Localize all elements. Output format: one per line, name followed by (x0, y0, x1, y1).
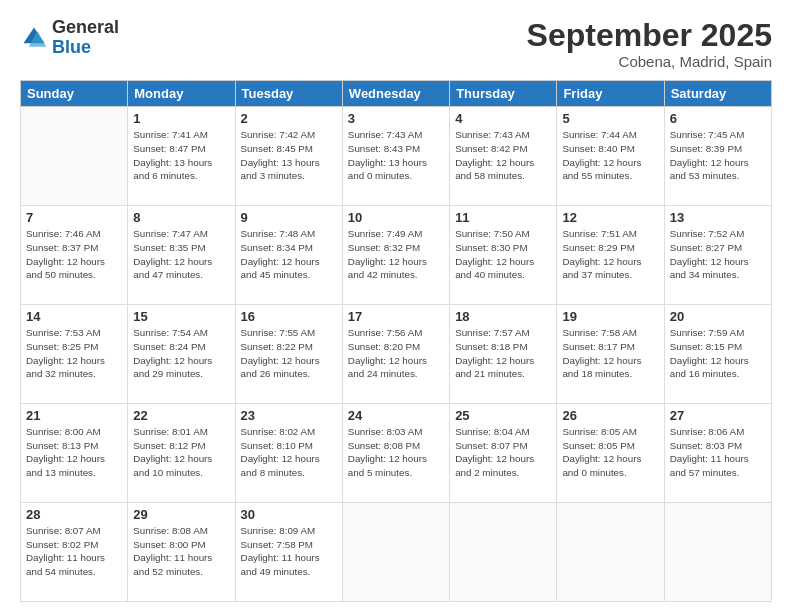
table-row: 9Sunrise: 7:48 AM Sunset: 8:34 PM Daylig… (235, 206, 342, 305)
day-number: 22 (133, 408, 229, 423)
day-info: Sunrise: 7:47 AM Sunset: 8:35 PM Dayligh… (133, 227, 229, 282)
table-row: 21Sunrise: 8:00 AM Sunset: 8:13 PM Dayli… (21, 404, 128, 503)
day-number: 26 (562, 408, 658, 423)
day-info: Sunrise: 7:51 AM Sunset: 8:29 PM Dayligh… (562, 227, 658, 282)
day-number: 17 (348, 309, 444, 324)
table-row: 5Sunrise: 7:44 AM Sunset: 8:40 PM Daylig… (557, 107, 664, 206)
day-info: Sunrise: 8:05 AM Sunset: 8:05 PM Dayligh… (562, 425, 658, 480)
day-info: Sunrise: 8:08 AM Sunset: 8:00 PM Dayligh… (133, 524, 229, 579)
day-info: Sunrise: 7:52 AM Sunset: 8:27 PM Dayligh… (670, 227, 766, 282)
day-number: 28 (26, 507, 122, 522)
day-info: Sunrise: 7:48 AM Sunset: 8:34 PM Dayligh… (241, 227, 337, 282)
table-row: 11Sunrise: 7:50 AM Sunset: 8:30 PM Dayli… (450, 206, 557, 305)
day-number: 4 (455, 111, 551, 126)
col-saturday: Saturday (664, 81, 771, 107)
day-info: Sunrise: 7:45 AM Sunset: 8:39 PM Dayligh… (670, 128, 766, 183)
day-info: Sunrise: 7:50 AM Sunset: 8:30 PM Dayligh… (455, 227, 551, 282)
day-number: 1 (133, 111, 229, 126)
day-info: Sunrise: 7:55 AM Sunset: 8:22 PM Dayligh… (241, 326, 337, 381)
table-row: 12Sunrise: 7:51 AM Sunset: 8:29 PM Dayli… (557, 206, 664, 305)
day-number: 23 (241, 408, 337, 423)
table-row: 6Sunrise: 7:45 AM Sunset: 8:39 PM Daylig… (664, 107, 771, 206)
day-number: 13 (670, 210, 766, 225)
logo: General Blue (20, 18, 119, 58)
day-info: Sunrise: 8:04 AM Sunset: 8:07 PM Dayligh… (455, 425, 551, 480)
day-info: Sunrise: 8:00 AM Sunset: 8:13 PM Dayligh… (26, 425, 122, 480)
day-info: Sunrise: 8:06 AM Sunset: 8:03 PM Dayligh… (670, 425, 766, 480)
day-info: Sunrise: 7:44 AM Sunset: 8:40 PM Dayligh… (562, 128, 658, 183)
day-number: 3 (348, 111, 444, 126)
table-row: 15Sunrise: 7:54 AM Sunset: 8:24 PM Dayli… (128, 305, 235, 404)
table-row (21, 107, 128, 206)
day-number: 6 (670, 111, 766, 126)
day-info: Sunrise: 8:09 AM Sunset: 7:58 PM Dayligh… (241, 524, 337, 579)
table-row: 19Sunrise: 7:58 AM Sunset: 8:17 PM Dayli… (557, 305, 664, 404)
day-number: 14 (26, 309, 122, 324)
table-row: 23Sunrise: 8:02 AM Sunset: 8:10 PM Dayli… (235, 404, 342, 503)
day-info: Sunrise: 7:57 AM Sunset: 8:18 PM Dayligh… (455, 326, 551, 381)
day-number: 20 (670, 309, 766, 324)
table-row: 29Sunrise: 8:08 AM Sunset: 8:00 PM Dayli… (128, 503, 235, 602)
day-info: Sunrise: 7:46 AM Sunset: 8:37 PM Dayligh… (26, 227, 122, 282)
day-number: 27 (670, 408, 766, 423)
week-row-3: 14Sunrise: 7:53 AM Sunset: 8:25 PM Dayli… (21, 305, 772, 404)
title-block: September 2025 Cobena, Madrid, Spain (527, 18, 772, 70)
table-row: 8Sunrise: 7:47 AM Sunset: 8:35 PM Daylig… (128, 206, 235, 305)
day-number: 24 (348, 408, 444, 423)
week-row-5: 28Sunrise: 8:07 AM Sunset: 8:02 PM Dayli… (21, 503, 772, 602)
page: General Blue September 2025 Cobena, Madr… (0, 0, 792, 612)
table-row: 17Sunrise: 7:56 AM Sunset: 8:20 PM Dayli… (342, 305, 449, 404)
day-number: 30 (241, 507, 337, 522)
day-number: 8 (133, 210, 229, 225)
logo-icon (20, 24, 48, 52)
day-info: Sunrise: 7:58 AM Sunset: 8:17 PM Dayligh… (562, 326, 658, 381)
table-row: 22Sunrise: 8:01 AM Sunset: 8:12 PM Dayli… (128, 404, 235, 503)
table-row (342, 503, 449, 602)
header-row: Sunday Monday Tuesday Wednesday Thursday… (21, 81, 772, 107)
table-row: 26Sunrise: 8:05 AM Sunset: 8:05 PM Dayli… (557, 404, 664, 503)
table-row: 1Sunrise: 7:41 AM Sunset: 8:47 PM Daylig… (128, 107, 235, 206)
calendar-table: Sunday Monday Tuesday Wednesday Thursday… (20, 80, 772, 602)
table-row: 27Sunrise: 8:06 AM Sunset: 8:03 PM Dayli… (664, 404, 771, 503)
week-row-1: 1Sunrise: 7:41 AM Sunset: 8:47 PM Daylig… (21, 107, 772, 206)
day-number: 10 (348, 210, 444, 225)
table-row: 4Sunrise: 7:43 AM Sunset: 8:42 PM Daylig… (450, 107, 557, 206)
logo-blue-text: Blue (52, 38, 119, 58)
table-row: 20Sunrise: 7:59 AM Sunset: 8:15 PM Dayli… (664, 305, 771, 404)
col-tuesday: Tuesday (235, 81, 342, 107)
day-number: 21 (26, 408, 122, 423)
day-number: 12 (562, 210, 658, 225)
calendar-subtitle: Cobena, Madrid, Spain (527, 53, 772, 70)
day-info: Sunrise: 8:03 AM Sunset: 8:08 PM Dayligh… (348, 425, 444, 480)
table-row: 3Sunrise: 7:43 AM Sunset: 8:43 PM Daylig… (342, 107, 449, 206)
table-row: 7Sunrise: 7:46 AM Sunset: 8:37 PM Daylig… (21, 206, 128, 305)
calendar-title: September 2025 (527, 18, 772, 53)
day-number: 19 (562, 309, 658, 324)
table-row (664, 503, 771, 602)
day-number: 11 (455, 210, 551, 225)
day-info: Sunrise: 7:53 AM Sunset: 8:25 PM Dayligh… (26, 326, 122, 381)
table-row (450, 503, 557, 602)
table-row: 13Sunrise: 7:52 AM Sunset: 8:27 PM Dayli… (664, 206, 771, 305)
day-info: Sunrise: 7:41 AM Sunset: 8:47 PM Dayligh… (133, 128, 229, 183)
day-number: 5 (562, 111, 658, 126)
day-info: Sunrise: 8:07 AM Sunset: 8:02 PM Dayligh… (26, 524, 122, 579)
day-number: 9 (241, 210, 337, 225)
table-row: 16Sunrise: 7:55 AM Sunset: 8:22 PM Dayli… (235, 305, 342, 404)
week-row-2: 7Sunrise: 7:46 AM Sunset: 8:37 PM Daylig… (21, 206, 772, 305)
day-number: 2 (241, 111, 337, 126)
col-friday: Friday (557, 81, 664, 107)
day-info: Sunrise: 7:59 AM Sunset: 8:15 PM Dayligh… (670, 326, 766, 381)
table-row: 24Sunrise: 8:03 AM Sunset: 8:08 PM Dayli… (342, 404, 449, 503)
day-number: 18 (455, 309, 551, 324)
day-info: Sunrise: 7:42 AM Sunset: 8:45 PM Dayligh… (241, 128, 337, 183)
day-info: Sunrise: 7:49 AM Sunset: 8:32 PM Dayligh… (348, 227, 444, 282)
week-row-4: 21Sunrise: 8:00 AM Sunset: 8:13 PM Dayli… (21, 404, 772, 503)
table-row: 14Sunrise: 7:53 AM Sunset: 8:25 PM Dayli… (21, 305, 128, 404)
day-number: 7 (26, 210, 122, 225)
day-number: 15 (133, 309, 229, 324)
day-info: Sunrise: 7:43 AM Sunset: 8:43 PM Dayligh… (348, 128, 444, 183)
col-sunday: Sunday (21, 81, 128, 107)
header: General Blue September 2025 Cobena, Madr… (20, 18, 772, 70)
col-wednesday: Wednesday (342, 81, 449, 107)
